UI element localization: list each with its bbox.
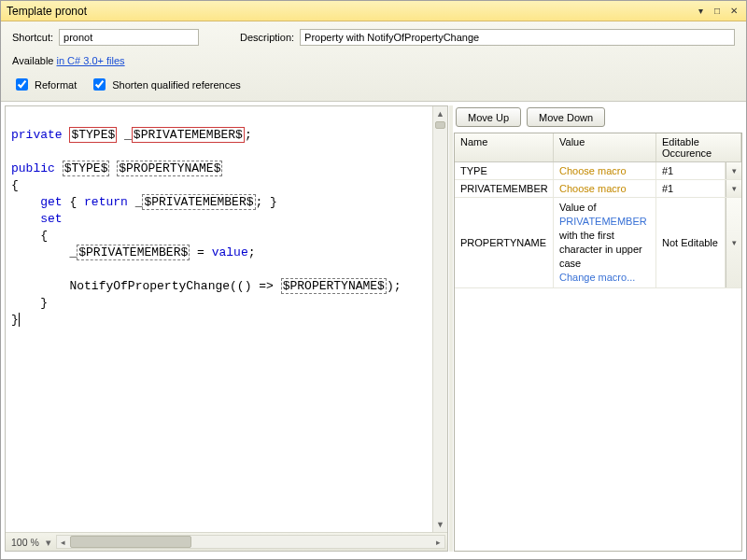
availability-row: Available in C# 3.0+ files (12, 55, 735, 66)
grid-header: Name Value Editable Occurence (455, 133, 741, 162)
available-prefix: Available (12, 55, 57, 66)
reformat-checkbox[interactable] (16, 78, 28, 91)
maximize-icon[interactable]: □ (709, 4, 726, 19)
token-type[interactable]: $TYPE$ (69, 127, 117, 143)
body: private $TYPE$ _$PRIVATEMEMBER$; public … (1, 102, 746, 555)
scroll-right-icon[interactable]: ▸ (431, 538, 444, 547)
availability-link[interactable]: in C# 3.0+ files (57, 55, 125, 66)
move-up-button[interactable]: Move Up (456, 107, 521, 127)
cell-value-macro[interactable]: Choose macro (554, 162, 656, 179)
description-input[interactable] (300, 29, 735, 46)
token-privatemember[interactable]: $PRIVATEMEMBER$ (132, 127, 245, 143)
zoom-value: 100 % (6, 537, 43, 548)
cell-name: TYPE (455, 162, 554, 179)
code-panel: private $TYPE$ _$PRIVATEMEMBER$; public … (5, 105, 448, 552)
variables-panel: Move Up Move Down Name Value Editable Oc… (454, 105, 742, 552)
cell-value-macro[interactable]: Choose macro (554, 180, 656, 197)
cell-occurence: #1 (656, 162, 726, 179)
template-editor[interactable]: private $TYPE$ _$PRIVATEMEMBER$; public … (6, 106, 447, 532)
grid-row[interactable]: TYPE Choose macro #1 ▾ (455, 162, 741, 180)
scroll-thumb[interactable] (435, 121, 445, 129)
zoom-dropdown-icon[interactable]: ▾ (43, 537, 54, 548)
cell-name: PROPERTYNAME (455, 198, 554, 287)
token-privatemember[interactable]: $PRIVATEMEMBER$ (142, 194, 255, 210)
token-propertyname[interactable]: $PROPERTYNAME$ (117, 161, 222, 176)
row-dropdown-icon[interactable]: ▾ (726, 162, 741, 179)
grid-row[interactable]: PROPERTYNAME Value of PRIVATEMEMBER with… (455, 198, 741, 288)
token-privatemember[interactable]: $PRIVATEMEMBER$ (77, 245, 190, 260)
horizontal-scrollbar[interactable]: ◂ ▸ (56, 535, 445, 549)
row-dropdown-icon[interactable]: ▾ (726, 198, 741, 287)
reformat-checkbox-label[interactable]: Reformat (12, 76, 77, 93)
vertical-scrollbar[interactable]: ▲ ▼ (432, 106, 447, 532)
shorten-checkbox-label[interactable]: Shorten qualified references (90, 76, 241, 93)
description-label: Description: (240, 32, 294, 43)
close-icon[interactable]: ✕ (726, 4, 742, 19)
window-title: Template pronot (7, 5, 692, 18)
dropdown-icon[interactable]: ▾ (692, 4, 709, 19)
shortcut-input[interactable] (59, 29, 199, 46)
hscroll-thumb[interactable] (70, 536, 191, 548)
value-link: PRIVATEMEMBER (559, 216, 647, 227)
grid-row[interactable]: PRIVATEMEMBER Choose macro #1 ▾ (455, 180, 741, 198)
move-down-button[interactable]: Move Down (527, 107, 605, 127)
token-type[interactable]: $TYPE$ (63, 161, 110, 176)
cell-occurence: #1 (656, 180, 726, 197)
header-name[interactable]: Name (455, 133, 554, 161)
title-bar: Template pronot ▾ □ ✕ (1, 1, 746, 21)
text-caret (19, 313, 20, 327)
scroll-up-icon[interactable]: ▲ (433, 106, 447, 121)
token-propertyname[interactable]: $PROPERTYNAME$ (281, 278, 387, 294)
variables-grid: Name Value Editable Occurence TYPE Choos… (454, 133, 742, 552)
cell-occurence: Not Editable (656, 198, 726, 287)
scroll-left-icon[interactable]: ◂ (57, 538, 70, 547)
header-panel: Shortcut: Description: Available in C# 3… (1, 21, 746, 102)
splitter[interactable] (449, 105, 453, 552)
shortcut-label: Shortcut: (12, 32, 53, 43)
zoom-bar: 100 % ▾ ◂ ▸ (6, 532, 447, 551)
header-occurence[interactable]: Editable Occurence (656, 133, 741, 161)
grid-empty (455, 288, 741, 551)
change-macro-link[interactable]: Change macro... (559, 271, 635, 285)
header-value[interactable]: Value (554, 133, 656, 161)
cell-name: PRIVATEMEMBER (455, 180, 554, 197)
scroll-down-icon[interactable]: ▼ (433, 517, 447, 532)
shorten-checkbox[interactable] (93, 78, 106, 91)
cell-value-complex[interactable]: Value of PRIVATEMEMBER with the first ch… (554, 198, 656, 287)
row-dropdown-icon[interactable]: ▾ (726, 180, 741, 197)
